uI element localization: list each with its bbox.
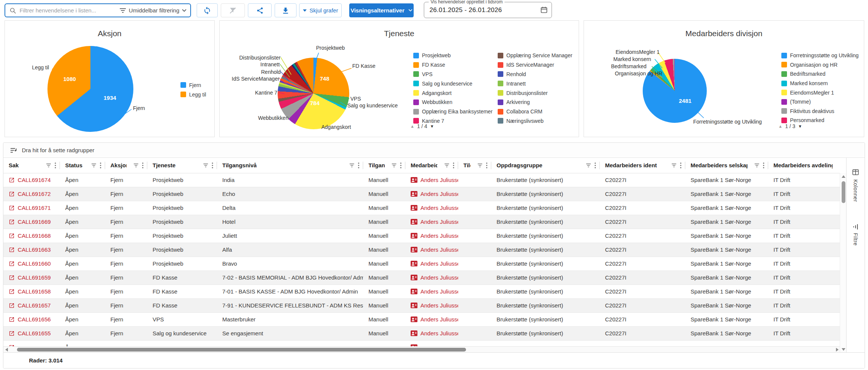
table-row[interactable]: CALL691672ÅpenFjernProsjektwebEchoManuel… — [3, 187, 840, 201]
legend-item[interactable]: Collabora CRM — [498, 107, 582, 116]
employee-card-icon[interactable] — [411, 205, 417, 211]
legend-item[interactable]: (Tomme) — [781, 97, 859, 107]
column-menu-icon[interactable] — [453, 162, 454, 168]
employee-link[interactable]: Anders Juliussen — [420, 288, 458, 295]
employee-link[interactable]: Anders Juliussen — [420, 232, 458, 239]
column-menu-icon[interactable] — [680, 162, 682, 168]
calendar-icon[interactable] — [540, 6, 548, 14]
column-header-status[interactable]: Status — [60, 158, 105, 173]
employee-link[interactable]: Anders Juliussen — [420, 274, 458, 281]
vertical-scroll-thumb[interactable] — [842, 181, 845, 203]
hide-charts-button[interactable]: Skjul grafer — [299, 3, 342, 17]
refresh-button[interactable] — [197, 3, 218, 17]
case-link[interactable]: CALL691663 — [18, 246, 51, 253]
open-case-icon[interactable] — [9, 289, 15, 295]
employee-link[interactable]: Anders Juliussen — [420, 330, 458, 336]
legend-item[interactable]: Arkivering — [498, 98, 582, 107]
tab-columns[interactable]: Kolonner — [847, 168, 865, 202]
legend-item[interactable]: Forretningsstøtte og Utvikling — [781, 51, 859, 60]
case-link[interactable]: CALL691656 — [18, 316, 51, 323]
case-link[interactable]: CALL691674 — [18, 177, 51, 183]
column-menu-icon[interactable] — [358, 162, 359, 168]
case-link[interactable]: CALL691655 — [18, 330, 51, 336]
column-filter-icon[interactable] — [391, 163, 397, 168]
column-header-tilgangstype[interactable]: Tilgangstype — [363, 158, 405, 173]
case-link[interactable]: CALL691659 — [18, 274, 51, 281]
legend-item[interactable]: Bedriftsm​arked — [781, 69, 859, 79]
column-header-tilgangsniv-[interactable]: Tilgangsnivå — [217, 158, 363, 173]
open-case-icon[interactable] — [9, 330, 15, 336]
employee-card-icon[interactable] — [411, 303, 417, 308]
table-row[interactable]: CALL691658ÅpenFjernFD Kasse7-01 - BASIS … — [3, 284, 840, 298]
table-row[interactable]: CALL691671ÅpenFjernProsjektwebDeltaManue… — [3, 201, 840, 215]
column-menu-icon[interactable] — [594, 162, 596, 168]
column-menu-icon[interactable] — [100, 162, 101, 168]
open-case-icon[interactable] — [9, 261, 15, 267]
legend-item[interactable]: Adgangskort — [413, 88, 498, 98]
open-case-icon[interactable] — [9, 247, 15, 253]
employee-card-icon[interactable] — [411, 247, 417, 252]
employee-link[interactable]: Anders Juliussen — [420, 260, 458, 267]
case-link[interactable]: CALL691669 — [18, 219, 51, 225]
open-case-icon[interactable] — [9, 205, 15, 211]
employee-link[interactable]: Anders Juliussen — [420, 191, 458, 197]
legend-page-down-icon[interactable]: ▼ — [798, 124, 802, 128]
column-menu-icon[interactable] — [763, 162, 764, 168]
employee-link[interactable]: Anders Juliussen — [420, 177, 458, 183]
table-row[interactable]: CALL691657ÅpenFjernFD Kasse7-91 - KUNDES… — [3, 298, 840, 312]
column-filter-icon[interactable] — [754, 163, 760, 168]
open-case-icon[interactable] — [9, 316, 15, 323]
column-header-medarbeider[interactable]: Medarbeider — [405, 158, 458, 173]
employee-link[interactable]: Anders Juliussen — [420, 316, 458, 323]
column-filter-icon[interactable] — [586, 163, 591, 168]
vertical-scrollbar[interactable] — [840, 173, 847, 352]
column-header-oppdragsgruppe[interactable]: Oppdragsgruppe — [491, 158, 600, 173]
pie-chart-medarbeiders-divisjon[interactable] — [643, 59, 707, 123]
scroll-down-icon[interactable] — [842, 348, 845, 351]
employee-card-icon[interactable] — [411, 191, 417, 197]
column-menu-icon[interactable] — [55, 162, 56, 168]
horizontal-scroll-thumb[interactable] — [17, 348, 466, 352]
filter-mode-dropdown[interactable]: Umiddelbar filtrering — [119, 7, 186, 14]
employee-card-icon[interactable] — [411, 330, 417, 336]
scroll-right-icon[interactable] — [836, 348, 839, 352]
column-header-medarbeiders-ident[interactable]: Medarbeiders ident — [600, 158, 685, 173]
table-row[interactable]: CALL691659ÅpenFjernFD Kasse7-02 - BASIS … — [3, 271, 840, 284]
legend-item[interactable]: IdS ServiceManager — [498, 60, 582, 70]
column-header-medarbeiders-selskap[interactable]: Medarbeiders selskap — [685, 158, 768, 173]
download-button[interactable] — [275, 3, 296, 17]
employee-card-icon[interactable] — [411, 289, 417, 294]
column-filter-icon[interactable] — [671, 163, 677, 168]
open-case-icon[interactable] — [9, 177, 15, 183]
case-link[interactable]: CALL691671 — [18, 205, 51, 211]
scroll-left-icon[interactable] — [5, 348, 8, 352]
case-link[interactable]: CALL691672 — [18, 191, 51, 197]
open-case-icon[interactable] — [9, 191, 15, 197]
employee-card-icon[interactable] — [411, 219, 417, 225]
scroll-up-icon[interactable] — [842, 175, 845, 178]
date-range-field[interactable]: Vis henvendelser opprettet i tidsrom 26.… — [424, 2, 552, 18]
legend-item[interactable]: Opplæring Service Manager — [498, 51, 582, 60]
column-header-aksjon[interactable]: Aksjon — [105, 158, 147, 173]
column-filter-icon[interactable] — [477, 163, 483, 168]
legend-item[interactable]: Intranett — [498, 79, 582, 88]
open-case-icon[interactable] — [9, 275, 15, 281]
column-filter-icon[interactable] — [46, 163, 51, 168]
table-row[interactable]: CALL691663ÅpenFjernProsjektwebAlfaManuel… — [3, 243, 840, 257]
legend-item[interactable]: Salg og kundeservice — [413, 79, 498, 88]
legend-item[interactable]: Distribusjonslister — [498, 88, 582, 98]
employee-link[interactable]: Anders Juliussen — [420, 302, 458, 309]
column-filter-icon[interactable] — [349, 163, 355, 168]
tab-filters[interactable]: Filtre — [847, 224, 865, 246]
search-input[interactable] — [20, 7, 116, 14]
column-menu-icon[interactable] — [400, 162, 402, 168]
column-header-tjeneste[interactable]: Tjeneste — [147, 158, 217, 173]
legend-page-up-icon[interactable]: ▲ — [778, 124, 782, 128]
case-link[interactable]: CALL691658 — [18, 288, 51, 295]
legend-item[interactable]: Opplæring Eika banksystemer — [413, 107, 498, 116]
view-options-button[interactable]: Visningsalternativer — [349, 3, 414, 17]
column-filter-icon[interactable] — [91, 163, 96, 168]
legend-item[interactable]: Organisasjon og HR — [781, 60, 859, 70]
case-link[interactable]: CALL691660 — [18, 260, 51, 267]
legend-item[interactable]: Renhold — [498, 70, 582, 79]
